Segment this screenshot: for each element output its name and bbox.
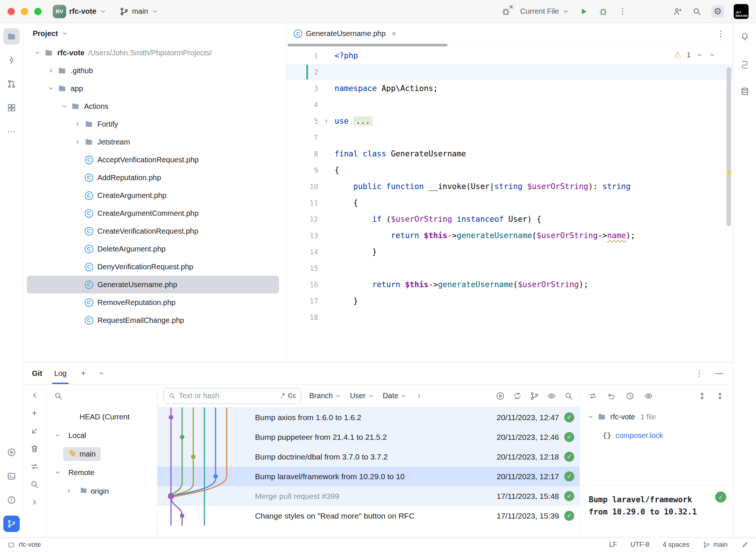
tree-item[interactable]: CRemoveReputation.php <box>27 293 279 311</box>
commit-button[interactable] <box>3 52 20 68</box>
date-filter[interactable]: Date <box>383 392 407 400</box>
code-line[interactable]: 5use ... <box>286 113 733 129</box>
chevron-down-icon[interactable] <box>32 49 43 56</box>
code-line[interactable]: 8final class GenerateUsername <box>286 146 733 162</box>
tree-item[interactable]: CAcceptVerificationRequest.php <box>27 151 279 169</box>
new-tab-icon[interactable]: + <box>78 368 88 378</box>
settings-button[interactable]: ⚙ <box>711 5 724 18</box>
code-line[interactable]: 7 <box>286 129 733 146</box>
code-with-me-icon[interactable] <box>673 7 682 16</box>
search-everywhere-icon[interactable] <box>692 7 702 16</box>
changed-files-root-row[interactable]: rfc-vote 1 file <box>580 407 733 426</box>
code-line[interactable]: 2 <box>286 64 733 80</box>
hide-panel-icon[interactable]: — <box>714 368 724 378</box>
debugger-disabled-icon[interactable] <box>501 7 511 16</box>
collapse-all-icon[interactable] <box>715 391 725 401</box>
preview-diff-icon[interactable] <box>644 391 653 401</box>
checkout-icon[interactable] <box>30 426 39 436</box>
code-line[interactable]: 17 } <box>286 293 733 309</box>
tree-item[interactable]: CCreateArgument.php <box>27 186 279 204</box>
history-icon[interactable] <box>625 391 635 401</box>
chevron-down-icon[interactable] <box>52 432 63 439</box>
changed-file-name[interactable]: composer.lock <box>616 431 663 440</box>
chevron-right-icon[interactable] <box>72 120 83 128</box>
branch-item[interactable]: HEAD (Current <box>46 407 157 426</box>
more-button[interactable]: ⋯ <box>3 123 20 140</box>
previous-problem-icon[interactable] <box>696 51 703 59</box>
tree-item[interactable]: CDeleteArgument.php <box>27 240 279 258</box>
tab-list-icon[interactable] <box>98 370 105 377</box>
preview-icon[interactable] <box>547 391 556 401</box>
scrollbar-thumb[interactable] <box>727 67 731 226</box>
chevron-left-icon[interactable] <box>30 390 39 400</box>
writable-toggle-icon[interactable] <box>741 541 749 549</box>
tree-item[interactable]: app <box>27 79 279 97</box>
tree-item[interactable]: rfc-vote/Users/John.Smith/PhpstormProjec… <box>27 44 279 62</box>
terminal-button[interactable] <box>3 468 20 484</box>
rollback-icon[interactable] <box>607 391 616 401</box>
tab-scrollbar[interactable] <box>288 44 448 46</box>
delete-icon[interactable] <box>30 444 39 454</box>
chevron-right-icon[interactable] <box>72 138 83 146</box>
changed-file-row[interactable]: {} composer.lock <box>580 426 733 445</box>
tree-item[interactable]: CAddReputation.php <box>27 169 279 186</box>
match-case-toggle[interactable]: Cc <box>288 392 296 400</box>
chevron-right-icon[interactable] <box>63 487 74 495</box>
ai-assistant-button[interactable] <box>737 56 753 72</box>
tree-item[interactable]: .github <box>27 62 279 79</box>
code-line[interactable]: 9{ <box>286 162 733 178</box>
load-more-icon[interactable] <box>495 391 505 401</box>
code-line[interactable]: 3namespace App\Actions; <box>286 80 733 97</box>
branch-search-row[interactable] <box>46 384 157 407</box>
tree-item[interactable]: CCreateVerificationRequest.php <box>27 222 279 240</box>
commit-search-box[interactable]: .* Cc <box>164 388 301 404</box>
next-problem-icon[interactable] <box>708 51 716 59</box>
status-project-widget[interactable]: rfc-vote <box>7 541 41 549</box>
code-line[interactable]: 16 return $this->generateUsername($userO… <box>286 276 733 293</box>
close-window-button[interactable] <box>7 8 15 15</box>
code-line[interactable]: 4 <box>286 97 733 113</box>
close-tab-icon[interactable]: × <box>392 29 397 39</box>
search-icon[interactable] <box>30 480 39 489</box>
run-button[interactable] <box>3 444 20 461</box>
commit-search-input[interactable] <box>179 392 277 400</box>
branch-filter-icon[interactable] <box>530 391 539 401</box>
tree-item[interactable]: Jetstream <box>27 133 279 151</box>
editor-scrollbar[interactable] <box>726 49 731 355</box>
chevron-right-icon[interactable] <box>30 497 39 507</box>
find-icon[interactable] <box>564 391 574 401</box>
database-button[interactable] <box>737 83 753 100</box>
chevron-down-icon[interactable] <box>59 103 70 110</box>
refresh-icon[interactable] <box>513 391 522 401</box>
expand-all-icon[interactable] <box>697 391 707 401</box>
editor-options-icon[interactable]: ⋮ <box>716 29 726 39</box>
project-panel-header[interactable]: Project <box>23 23 286 44</box>
code-line[interactable]: 12 if ($userOrString instanceof User) { <box>286 211 733 227</box>
more-actions-icon[interactable]: ⋮ <box>618 7 627 16</box>
debug-button[interactable] <box>598 7 608 16</box>
user-filter[interactable]: User <box>350 392 374 400</box>
regex-toggle[interactable]: .* <box>280 392 285 400</box>
compare-icon[interactable] <box>588 391 598 401</box>
branch-item[interactable]: Local <box>46 426 157 445</box>
branch-item[interactable]: main <box>46 445 157 463</box>
code-line[interactable]: 13 return $this->generateUsername($userO… <box>286 227 733 244</box>
add-icon[interactable]: + <box>30 408 39 418</box>
code-line[interactable]: 14 } <box>286 244 733 260</box>
problems-button[interactable] <box>3 492 20 508</box>
tree-item[interactable]: Actions <box>27 97 279 115</box>
git-options-icon[interactable]: ⋮ <box>694 368 704 378</box>
branch-item[interactable]: origin <box>46 482 157 500</box>
fold-toggle-icon[interactable] <box>318 118 335 124</box>
status-branch-widget[interactable]: main <box>703 541 728 549</box>
notifications-button[interactable] <box>737 28 753 45</box>
structure-button[interactable] <box>3 100 20 116</box>
code-line[interactable]: 18 <box>286 309 733 325</box>
inspection-widget[interactable]: ⚠ 1 <box>674 50 716 60</box>
chevron-down-icon[interactable] <box>585 413 596 421</box>
search-icon[interactable] <box>54 391 63 401</box>
code-line[interactable]: 11 { <box>286 195 733 211</box>
tree-item[interactable]: CRequestEmailChange.php <box>27 311 279 329</box>
zoom-window-button[interactable] <box>34 8 42 15</box>
code-line[interactable]: 10 public function __invoke(User|string … <box>286 178 733 195</box>
